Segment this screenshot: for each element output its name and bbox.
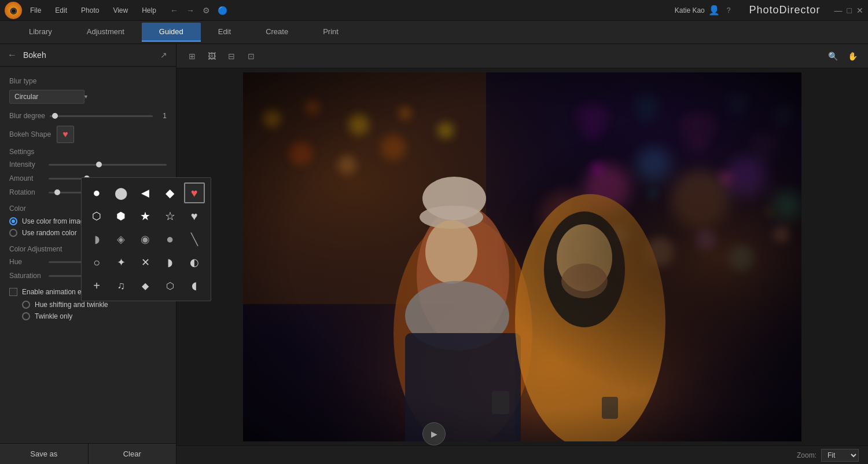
back-button[interactable]: ← [6,49,19,61]
blur-degree-label: Blur degree [9,112,45,120]
shape-ball-gray[interactable]: ● [160,229,181,250]
sidebar-header: ← Bokeh ↗ [0,44,176,67]
shape-heart-selected[interactable]: ♥ [184,182,205,203]
shape-heart-filled[interactable]: ♥ [184,206,205,226]
save-as-button[interactable]: Save as [0,444,89,464]
rotation-thumb[interactable] [54,189,60,195]
notification-icon[interactable]: 🔵 [216,4,229,17]
play-button[interactable]: ▶ [422,422,446,445]
shape-half-circle-gray[interactable]: ◗ [86,229,107,250]
saturation-label: Saturation [9,272,44,280]
settings-icon[interactable]: ⚙ [200,4,213,17]
blur-type-select-wrapper[interactable]: Circular Linear Radial [9,90,93,104]
shape-circle-dot-gray[interactable]: ◉ [135,229,156,250]
blur-degree-slider[interactable] [50,115,153,117]
play-icon: ▶ [431,429,437,439]
intensity-slider[interactable] [49,164,167,166]
tab-adjustment[interactable]: Adjustment [69,23,142,42]
tab-edit[interactable]: Edit [201,23,248,42]
amount-label: Amount [9,174,44,182]
menu-help[interactable]: Help [139,5,159,16]
bokeh-shape-popup: ● ⬤ ◀ ◆ ♥ ⬡ ⬢ ★ ☆ ♥ ◗ ◈ ◉ ● ╲ ○ ✦ ✕ [81,177,211,301]
user-name: Katie Kao [675,6,705,14]
bokeh-shape-label: Bokeh Shape [9,130,51,138]
shape-crescent-sm[interactable]: ◖ [184,275,205,296]
tab-guided[interactable]: Guided [142,23,201,42]
sidebar: ← Bokeh ↗ Blur type Circular Linear Radi… [0,44,176,464]
navbar: Library Adjustment Guided Edit Create Pr… [0,21,868,44]
bokeh-shape-button[interactable]: ♥ [57,126,74,143]
minimize-button[interactable]: — [834,6,843,15]
shape-triangle[interactable]: ◀ [135,182,156,203]
undo-button[interactable]: ← [168,4,181,17]
export-button[interactable]: ↗ [157,49,170,61]
menu-bar: File Edit Photo View Help [28,5,159,16]
tab-create[interactable]: Create [248,23,306,42]
shape-arrow-gray[interactable]: ◈ [111,229,131,250]
intensity-label: Intensity [9,160,44,169]
bottom-bar: ▶ Zoom: Fit 25% 50% 75% 100% [176,445,868,464]
main-layout: ← Bokeh ↗ Blur type Circular Linear Radi… [0,44,868,464]
menu-photo[interactable]: Photo [79,5,101,16]
zoom-select[interactable]: Fit 25% 50% 75% 100% [821,449,859,462]
menu-view[interactable]: View [111,5,130,16]
shape-hexagon-outline[interactable]: ⬡ [86,206,107,226]
use-color-from-image-radio[interactable] [9,217,17,225]
shape-music[interactable]: ♫ [111,275,131,296]
shape-circle-empty[interactable]: ○ [86,252,107,273]
titlebar-actions: ← → ⚙ 🔵 [168,4,229,17]
blur-type-label: Blur type [9,77,167,85]
tab-library[interactable]: Library [12,23,69,42]
shape-sparkle[interactable]: ✦ [111,252,131,273]
shape-shield[interactable]: ◗ [160,252,181,273]
sidebar-footer: Save as Clear [0,443,176,464]
blur-degree-thumb[interactable] [52,113,58,119]
shape-diamond[interactable]: ◆ [160,182,181,203]
menu-edit[interactable]: Edit [53,5,69,16]
clear-button[interactable]: Clear [89,444,176,464]
titlebar-right: Katie Kao 👤 ? PhotoDirector — □ ✕ [675,4,863,16]
shape-circle-large[interactable]: ⬤ [111,182,131,203]
content-toolbar: ⊞ 🖼 ⊟ ⊡ 🔍 ✋ [176,44,868,68]
image-view-tool[interactable]: 🖼 [203,48,220,65]
shape-star-outline[interactable]: ☆ [160,206,181,226]
hue-shifting-row: Hue shifting and twinkle [22,301,167,309]
shape-plus[interactable]: + [86,275,107,296]
maximize-button[interactable]: □ [847,6,852,15]
shape-hexagon-filled[interactable]: ⬢ [111,206,131,226]
grid-view-tool[interactable]: ⊟ [223,48,240,65]
search-tool[interactable]: 🔍 [824,48,841,65]
blur-degree-value: 1 [157,112,167,120]
bokeh-shape-row: Bokeh Shape ♥ [9,126,167,143]
toolbar-right: 🔍 ✋ [824,48,861,65]
shape-cross[interactable]: ✕ [135,252,156,273]
compare-view-tool[interactable]: ⊡ [242,48,260,65]
twinkle-radio[interactable] [22,312,30,320]
hue-label: Hue [9,258,44,266]
blur-type-select[interactable]: Circular Linear Radial [9,90,84,104]
twinkle-row: Twinkle only [22,312,167,320]
zoom-label: Zoom: [797,451,816,459]
shape-hexagon-sm[interactable]: ⬡ [160,275,181,296]
image-area: ♥ ♥ ♥ ♥ ♥ ♥ [176,68,868,445]
hue-shifting-radio[interactable] [22,301,30,309]
shape-star-filled[interactable]: ★ [135,206,156,226]
intensity-thumb[interactable] [96,162,102,167]
titlebar: ◉ File Edit Photo View Help ← → ⚙ 🔵 Kati… [0,0,868,21]
menu-file[interactable]: File [28,5,43,16]
nav-tabs: Library Adjustment Guided Edit Create Pr… [12,23,356,42]
tab-print[interactable]: Print [306,23,356,42]
shape-circle-filled[interactable]: ● [86,182,107,203]
shape-diamond-small[interactable]: ◆ [135,275,156,296]
help-icon[interactable]: ? [727,6,731,14]
content-area: ⊞ 🖼 ⊟ ⊡ 🔍 ✋ [176,44,868,464]
single-image-tool[interactable]: ⊞ [183,48,201,65]
shape-slash[interactable]: ╲ [184,229,205,250]
close-button[interactable]: ✕ [856,6,863,15]
twinkle-label: Twinkle only [35,312,72,320]
animation-checkbox[interactable] [9,288,17,296]
use-random-color-radio[interactable] [9,229,17,237]
redo-button[interactable]: → [184,4,197,17]
shape-crescent[interactable]: ◐ [184,252,205,273]
hand-tool[interactable]: ✋ [844,48,861,65]
